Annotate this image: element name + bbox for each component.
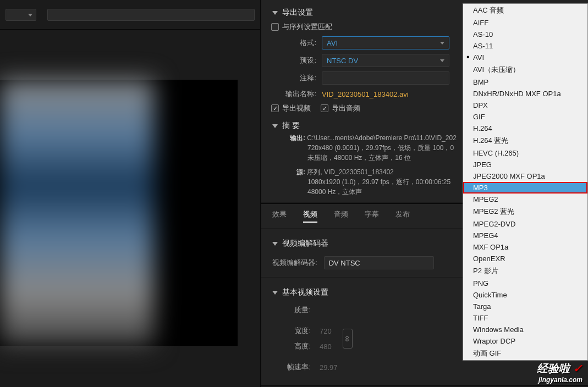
right-panel: 导出设置 与序列设置匹配 格式: AVI 预设: NTSC DV 注释: <box>261 0 588 387</box>
chevron-down-icon <box>272 242 278 246</box>
format-menu-item[interactable]: DPX <box>463 99 587 111</box>
zoom-dropdown[interactable] <box>6 9 36 21</box>
format-menu-item[interactable]: MXF OP1a <box>463 241 587 253</box>
summary-title: 摘 要 <box>282 121 300 131</box>
format-menu-item[interactable]: MP3 <box>463 182 587 194</box>
comment-input[interactable] <box>322 71 449 85</box>
summary-source-line1: 序列, VID_20230501_183402 <box>307 168 393 176</box>
match-sequence-label: 与序列设置匹配 <box>282 22 332 32</box>
format-menu-item[interactable]: AVI <box>463 52 587 63</box>
format-menu-item[interactable]: AIFF <box>463 17 587 29</box>
preset-label: 预设: <box>278 56 316 65</box>
tab-video[interactable]: 视频 <box>303 209 317 223</box>
format-menu-item[interactable]: MPEG4 <box>463 230 587 241</box>
output-name-label: 输出名称: <box>278 89 316 99</box>
format-menu-item[interactable]: GIF <box>463 111 587 123</box>
search-input[interactable] <box>47 9 255 21</box>
export-video-checkbox[interactable] <box>271 104 279 112</box>
summary-source-line2: 1080x1920 (1.0)，29.97 fps，逐行，00:00:06:25 <box>307 177 450 187</box>
format-menu-item[interactable]: MPEG2 蓝光 <box>463 205 587 218</box>
format-select[interactable]: AVI <box>322 36 449 49</box>
format-menu-item[interactable]: Targa <box>463 301 587 312</box>
width-label: 宽度: <box>272 326 311 336</box>
format-menu-item[interactable]: JPEG <box>463 159 587 170</box>
summary-source-label: 源: <box>278 167 305 177</box>
codec-value: DV NTSC <box>329 259 360 267</box>
left-panel <box>0 0 261 387</box>
format-menu-item[interactable]: Windows Media <box>463 324 587 335</box>
format-menu-item[interactable]: MPEG2-DVD <box>463 218 587 230</box>
basic-video-title: 基本视频设置 <box>282 288 328 297</box>
preset-select[interactable]: NTSC DV <box>322 54 449 67</box>
chevron-down-icon <box>272 291 278 295</box>
format-menu-item[interactable]: PNG <box>463 278 587 289</box>
codec-title: 视频编解码器 <box>282 239 328 248</box>
export-settings-title: 导出设置 <box>282 8 313 18</box>
summary-source-line3: 48000 Hz，立体声 <box>307 187 362 197</box>
format-menu-item[interactable]: H.264 <box>463 123 587 134</box>
preview-image <box>0 80 154 346</box>
format-menu-item[interactable]: Wraptor DCP <box>463 335 587 347</box>
format-menu-item[interactable]: AS-10 <box>463 29 587 40</box>
preview-area <box>0 80 238 346</box>
fps-label: 帧速率: <box>272 362 311 372</box>
format-value: AVI <box>327 39 338 47</box>
preset-value: NTSC DV <box>327 57 358 65</box>
fps-value[interactable]: 29.97 <box>320 363 338 372</box>
tab-publish[interactable]: 发布 <box>395 209 410 223</box>
chevron-down-icon <box>272 124 278 128</box>
export-audio-label: 导出音频 <box>332 103 360 113</box>
match-sequence-checkbox[interactable] <box>271 23 279 31</box>
quality-label: 质量: <box>272 305 311 315</box>
left-toolbar <box>0 0 260 30</box>
format-menu-item[interactable]: H.264 蓝光 <box>463 134 587 147</box>
comment-label: 注释: <box>278 73 316 83</box>
format-menu-item[interactable]: TIFF <box>463 312 587 324</box>
summary-output-label: 输出: <box>278 133 305 143</box>
format-label: 格式: <box>278 38 316 48</box>
height-value[interactable]: 480 <box>320 342 332 351</box>
export-audio-checkbox[interactable] <box>321 104 328 112</box>
format-menu-item[interactable]: HEVC (H.265) <box>463 147 587 159</box>
chevron-down-icon <box>272 11 278 15</box>
format-menu-item[interactable]: DNxHR/DNxHD MXF OP1a <box>463 88 587 99</box>
width-value[interactable]: 720 <box>320 327 332 335</box>
codec-label: 视频编解码器: <box>272 258 317 268</box>
format-menu-item[interactable]: P2 影片 <box>463 264 587 278</box>
summary-output-line1: C:\User...ments\Adobe\Premiere Pro\11.0\… <box>307 134 456 142</box>
height-label: 高度: <box>272 341 311 351</box>
format-menu-item[interactable]: AAC 音频 <box>463 4 587 17</box>
tab-captions[interactable]: 字幕 <box>365 209 379 223</box>
output-name-link[interactable]: VID_20230501_183402.avi <box>322 90 409 98</box>
format-menu-item[interactable]: JPEG2000 MXF OP1a <box>463 170 587 182</box>
format-menu-item[interactable]: AS-11 <box>463 40 587 52</box>
format-menu-item[interactable]: MPEG2 <box>463 194 587 205</box>
link-dimensions-icon[interactable] <box>343 329 353 349</box>
codec-select[interactable]: DV NTSC <box>324 256 434 269</box>
summary-output-line2: 720x480 (0.9091)，29.97fps，低场，质量 100，0 <box>307 143 454 153</box>
format-menu-item[interactable]: QuickTime <box>463 289 587 301</box>
tab-effects[interactable]: 效果 <box>272 209 287 223</box>
tab-audio[interactable]: 音频 <box>334 209 348 223</box>
format-menu-item[interactable]: AVI（未压缩） <box>463 63 587 76</box>
format-menu-item[interactable]: OpenEXR <box>463 253 587 264</box>
format-menu-item[interactable]: 动画 GIF <box>463 347 587 360</box>
format-dropdown-menu: AAC 音频AIFFAS-10AS-11AVIAVI（未压缩）BMPDNxHR/… <box>463 3 588 361</box>
export-video-label: 导出视频 <box>282 103 311 113</box>
summary-output-line3: 未压缩，48000 Hz，立体声，16 位 <box>307 153 411 163</box>
format-menu-item[interactable]: BMP <box>463 76 587 88</box>
